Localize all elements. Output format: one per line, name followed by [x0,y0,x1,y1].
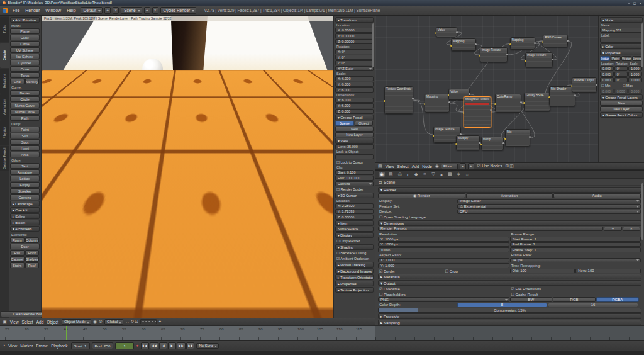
toolshelf-button[interactable]: Area [10,152,40,157]
properties-row[interactable]: + [604,227,621,232]
node[interactable]: Mapping [425,94,450,113]
shading-mode-icon[interactable]: ◉ [93,318,97,325]
npanel-row[interactable]: ▾ Item [335,220,374,226]
npanel-row[interactable]: Clip: [335,166,374,169]
npanel-row[interactable]: Start: 0.100 [335,170,374,175]
node-title[interactable]: Glossy BSDF [525,93,550,98]
npanel-row[interactable]: Dimensions: [335,93,374,97]
npanel-row[interactable]: ☐ Only Render [335,239,374,244]
properties-row[interactable]: Y: 1.000 [378,263,509,268]
properties-row[interactable]: 8 [457,303,548,308]
properties-row[interactable]: ▾ Output [378,280,641,286]
layout-delete-button[interactable]: × [113,7,119,14]
scene-add-button[interactable]: + [144,7,150,14]
node-title[interactable]: Bump [482,137,503,142]
timeline-menu-item[interactable]: Playback [50,344,69,348]
npanel-row[interactable]: Object [355,121,374,126]
node-sidebar-row[interactable]: 1.000 [628,72,642,77]
properties-row[interactable]: Resolution: [378,232,509,236]
properties-row[interactable]: Y: 1080 px [378,242,509,247]
auto-keyframe-record-icon[interactable]: ● [136,342,138,349]
snap-magnet-icon[interactable]: ◓ [158,318,161,325]
menu-item[interactable]: File [10,8,22,13]
render-engine-selector[interactable]: Cycles Render [160,7,197,14]
npanel-row[interactable] [335,154,374,159]
node-sidebar-row[interactable]: 0.000 [600,66,614,71]
toolshelf-button[interactable]: Circle [10,41,40,47]
properties-row[interactable]: 16 [548,303,638,308]
toolshelf-button[interactable]: Hemi [10,145,40,151]
toolshelf-button[interactable]: Nurbs Curve [10,103,40,108]
maximize-button[interactable]: ▢ [633,1,636,5]
node-sidebar-row[interactable]: 0.000 [600,89,614,94]
toolshelf-button[interactable]: Shelves [25,256,40,262]
npanel-row[interactable]: Rotation: [335,45,374,48]
node-menu-item[interactable]: Select [396,164,410,169]
node-title[interactable]: Material Output [572,78,596,82]
toolshelf-button[interactable]: Armature [10,169,40,175]
clean-render-border-button[interactable]: Clean Render Border [1,311,60,317]
screen-layout-selector[interactable]: Default [80,7,103,14]
node-sidebar-row[interactable]: 0.000 [614,89,628,94]
toolshelf-button[interactable]: Text [10,163,40,169]
properties-row[interactable]: Old: 100 [510,269,575,274]
audio-sync-selector[interactable]: No Sync [196,343,219,349]
toolshelf-button[interactable]: Speaker [10,188,40,194]
scrollbar[interactable] [641,23,643,67]
node-sidebar-row[interactable]: ▾ Properties [600,50,643,55]
toolshelf-button[interactable]: Room [10,237,25,243]
timeline-menu-item[interactable]: View [7,344,18,348]
properties-row[interactable]: Frame Range: [510,232,641,236]
viewport-menu-item[interactable]: View [9,320,20,324]
properties-row[interactable]: X: 1.000 [378,258,509,263]
current-frame-playhead[interactable] [66,326,67,340]
material-new-button[interactable]: + [468,163,474,170]
playback-button[interactable]: ◀ [159,342,167,349]
npanel-row[interactable]: X: 2.28020 [335,203,374,208]
toolshelf-button[interactable]: Floor [25,250,40,256]
mode-selector[interactable]: Object Mode [62,319,91,325]
toolshelf-button[interactable]: Other: [10,158,40,162]
toolshelf-button[interactable]: Lattice [10,176,40,181]
properties-row[interactable]: RGB [553,297,596,302]
playback-button[interactable]: ▶ [168,342,176,349]
node-canvas[interactable]: ValueMappingImage TextureMappingImage Te… [375,16,598,162]
npanel-row[interactable]: X: 0.00000 [335,28,374,33]
timeline-ruler[interactable]: 2530354045505560657075808590951001051101… [0,325,644,340]
toolshelf-button[interactable]: Point [10,127,40,132]
properties-row[interactable]: ☐ Placeholders [378,292,509,297]
node-sidebar-row[interactable]: Mapping.001 [600,28,643,33]
properties-row[interactable]: ▸ Metadata [378,274,641,279]
node[interactable]: ColorRamp [495,94,521,113]
node-title[interactable]: Value [449,89,469,94]
properties-row[interactable]: Color Depth: [378,303,457,307]
toolshelf-button[interactable]: Cone [10,66,40,72]
npanel-row[interactable]: X: 0° [335,49,374,54]
node-sidebar-row[interactable]: 0° [614,66,628,71]
toolshelf-button[interactable]: Ico Sphere [10,54,40,59]
viewport-menu-item[interactable]: Add [35,320,45,324]
properties-row[interactable]: Display: [378,199,457,203]
node-title[interactable]: RGB Curves [543,35,567,40]
npanel-row[interactable]: ▸ Texture Projection [335,287,374,293]
toolshelf-button[interactable]: Grid [10,79,25,84]
node-sidebar-row[interactable]: Label: [600,33,643,37]
node-menu-item[interactable]: Add [411,164,421,169]
toolshelf-button[interactable]: ▾ Archimesh [10,226,40,232]
toolshelf-tab[interactable]: Create [0,43,9,68]
playback-button[interactable]: ▮◀ [141,342,149,349]
timeline-menu-item[interactable]: Frame [35,344,49,348]
node[interactable]: Mapping [451,38,476,51]
toolshelf-button[interactable]: Stairs [10,262,25,268]
properties-row[interactable]: CPU [457,210,641,215]
properties-row[interactable]: Aspect Ratio: [378,253,509,257]
viewport-canvas[interactable]: Fra:1 | Mem:1.33M, Peak:165.11M | Scene,… [42,16,333,318]
npanel-row[interactable]: Y: 0.00000 [335,33,374,38]
pivot-point-icon[interactable]: ⊙ [99,318,103,325]
toolshelf-tab[interactable]: Relations [0,69,9,94]
layout-add-button[interactable]: + [104,7,111,14]
properties-row[interactable]: RGBA [596,297,639,302]
npanel-row[interactable]: ☐ Backface Culling [335,251,374,256]
node-title[interactable]: Multiply [457,136,479,140]
toolshelf-button[interactable]: Cylinder [10,60,40,65]
